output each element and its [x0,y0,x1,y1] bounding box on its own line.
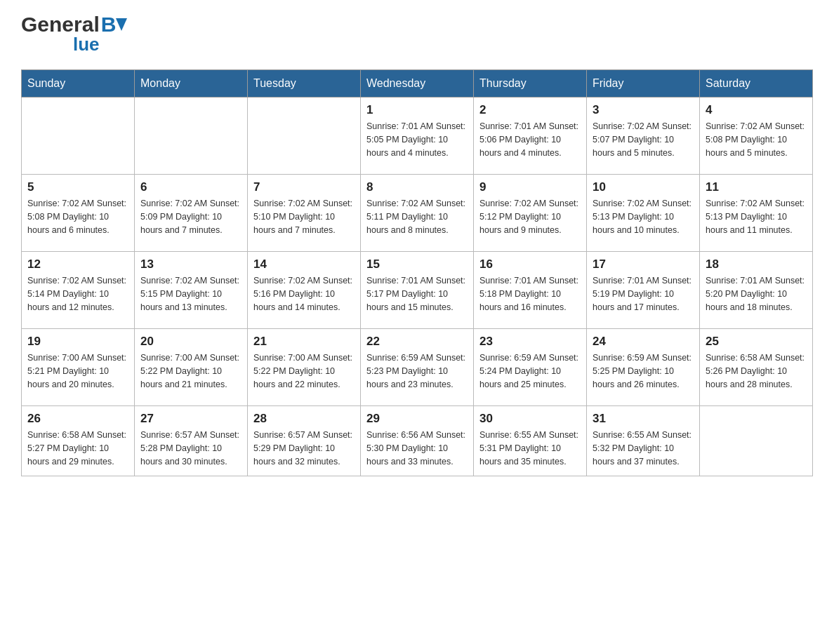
calendar-week-4: 19Sunrise: 7:00 AM Sunset: 5:21 PM Dayli… [22,329,813,406]
day-number: 31 [593,412,694,426]
calendar-week-5: 26Sunrise: 6:58 AM Sunset: 5:27 PM Dayli… [22,406,813,476]
logo-arrow-icon [116,18,127,31]
day-info: Sunrise: 7:02 AM Sunset: 5:15 PM Dayligh… [140,274,241,314]
day-number: 7 [253,180,355,194]
day-info: Sunrise: 6:58 AM Sunset: 5:26 PM Dayligh… [706,351,807,391]
table-row: 1Sunrise: 7:01 AM Sunset: 5:05 PM Daylig… [361,98,474,175]
logo-blue-line: lue [73,34,100,55]
day-info: Sunrise: 7:02 AM Sunset: 5:09 PM Dayligh… [140,197,241,236]
day-info: Sunrise: 7:02 AM Sunset: 5:12 PM Dayligh… [479,197,581,236]
day-number: 27 [140,412,241,426]
table-row: 25Sunrise: 6:58 AM Sunset: 5:26 PM Dayli… [700,329,813,406]
header-friday: Friday [587,70,700,98]
day-info: Sunrise: 7:02 AM Sunset: 5:13 PM Dayligh… [593,197,694,236]
day-number: 1 [366,103,468,117]
day-number: 25 [706,335,807,349]
logo-b-blue: B [101,14,117,35]
day-info: Sunrise: 7:02 AM Sunset: 5:14 PM Dayligh… [27,274,128,314]
day-info: Sunrise: 7:00 AM Sunset: 5:21 PM Dayligh… [27,351,128,391]
table-row: 31Sunrise: 6:55 AM Sunset: 5:32 PM Dayli… [587,406,700,476]
table-row: 19Sunrise: 7:00 AM Sunset: 5:21 PM Dayli… [22,329,135,406]
day-info: Sunrise: 7:02 AM Sunset: 5:08 PM Dayligh… [706,120,807,159]
day-info: Sunrise: 6:56 AM Sunset: 5:30 PM Dayligh… [366,429,468,468]
table-row: 28Sunrise: 6:57 AM Sunset: 5:29 PM Dayli… [248,406,361,476]
table-row: 10Sunrise: 7:02 AM Sunset: 5:13 PM Dayli… [587,175,700,252]
table-row: 2Sunrise: 7:01 AM Sunset: 5:06 PM Daylig… [474,98,587,175]
table-row: 20Sunrise: 7:00 AM Sunset: 5:22 PM Dayli… [135,329,248,406]
table-row: 14Sunrise: 7:02 AM Sunset: 5:16 PM Dayli… [248,252,361,329]
day-number: 10 [593,180,694,194]
day-info: Sunrise: 7:01 AM Sunset: 5:06 PM Dayligh… [479,120,581,159]
day-number: 12 [27,257,128,271]
day-number: 21 [253,335,355,349]
table-row [22,98,135,175]
day-info: Sunrise: 6:59 AM Sunset: 5:25 PM Dayligh… [593,351,694,391]
table-row: 29Sunrise: 6:56 AM Sunset: 5:30 PM Dayli… [361,406,474,476]
day-number: 8 [366,180,468,194]
day-info: Sunrise: 7:02 AM Sunset: 5:16 PM Dayligh… [253,274,355,314]
day-number: 14 [253,257,355,271]
day-info: Sunrise: 7:02 AM Sunset: 5:08 PM Dayligh… [27,197,128,236]
table-row: 18Sunrise: 7:01 AM Sunset: 5:20 PM Dayli… [700,252,813,329]
day-info: Sunrise: 7:01 AM Sunset: 5:18 PM Dayligh… [479,274,581,314]
logo-general-text: General [21,14,100,35]
day-number: 17 [593,257,694,271]
day-number: 13 [140,257,241,271]
day-info: Sunrise: 7:02 AM Sunset: 5:07 PM Dayligh… [593,120,694,159]
calendar-week-3: 12Sunrise: 7:02 AM Sunset: 5:14 PM Dayli… [22,252,813,329]
table-row: 27Sunrise: 6:57 AM Sunset: 5:28 PM Dayli… [135,406,248,476]
table-row: 9Sunrise: 7:02 AM Sunset: 5:12 PM Daylig… [474,175,587,252]
day-info: Sunrise: 7:01 AM Sunset: 5:17 PM Dayligh… [366,274,468,314]
day-number: 29 [366,412,468,426]
day-number: 4 [706,103,807,117]
day-number: 18 [706,257,807,271]
logo-line1: GeneralB [21,14,127,35]
table-row: 12Sunrise: 7:02 AM Sunset: 5:14 PM Dayli… [22,252,135,329]
table-row: 26Sunrise: 6:58 AM Sunset: 5:27 PM Dayli… [22,406,135,476]
day-number: 9 [479,180,581,194]
header-sunday: Sunday [22,70,135,98]
table-row: 22Sunrise: 6:59 AM Sunset: 5:23 PM Dayli… [361,329,474,406]
table-row: 8Sunrise: 7:02 AM Sunset: 5:11 PM Daylig… [361,175,474,252]
calendar-week-2: 5Sunrise: 7:02 AM Sunset: 5:08 PM Daylig… [22,175,813,252]
calendar-week-1: 1Sunrise: 7:01 AM Sunset: 5:05 PM Daylig… [22,98,813,175]
day-number: 16 [479,257,581,271]
table-row: 24Sunrise: 6:59 AM Sunset: 5:25 PM Dayli… [587,329,700,406]
header-tuesday: Tuesday [248,70,361,98]
table-row: 4Sunrise: 7:02 AM Sunset: 5:08 PM Daylig… [700,98,813,175]
calendar-header-row: SundayMondayTuesdayWednesdayThursdayFrid… [22,70,813,98]
table-row: 15Sunrise: 7:01 AM Sunset: 5:17 PM Dayli… [361,252,474,329]
day-number: 5 [27,180,128,194]
table-row: 3Sunrise: 7:02 AM Sunset: 5:07 PM Daylig… [587,98,700,175]
logo: GeneralB lue [21,14,127,55]
table-row: 13Sunrise: 7:02 AM Sunset: 5:15 PM Dayli… [135,252,248,329]
table-row: 23Sunrise: 6:59 AM Sunset: 5:24 PM Dayli… [474,329,587,406]
day-number: 3 [593,103,694,117]
header-saturday: Saturday [700,70,813,98]
calendar-table: SundayMondayTuesdayWednesdayThursdayFrid… [21,69,813,476]
table-row: 16Sunrise: 7:01 AM Sunset: 5:18 PM Dayli… [474,252,587,329]
table-row: 7Sunrise: 7:02 AM Sunset: 5:10 PM Daylig… [248,175,361,252]
day-info: Sunrise: 6:59 AM Sunset: 5:23 PM Dayligh… [366,351,468,391]
day-number: 2 [479,103,581,117]
table-row: 6Sunrise: 7:02 AM Sunset: 5:09 PM Daylig… [135,175,248,252]
day-info: Sunrise: 7:02 AM Sunset: 5:10 PM Dayligh… [253,197,355,236]
table-row [700,406,813,476]
day-info: Sunrise: 6:55 AM Sunset: 5:31 PM Dayligh… [479,429,581,468]
day-info: Sunrise: 7:00 AM Sunset: 5:22 PM Dayligh… [140,351,241,391]
day-info: Sunrise: 6:55 AM Sunset: 5:32 PM Dayligh… [593,429,694,468]
table-row: 11Sunrise: 7:02 AM Sunset: 5:13 PM Dayli… [700,175,813,252]
header-thursday: Thursday [474,70,587,98]
table-row [135,98,248,175]
day-number: 15 [366,257,468,271]
day-info: Sunrise: 6:59 AM Sunset: 5:24 PM Dayligh… [479,351,581,391]
day-number: 20 [140,335,241,349]
day-number: 22 [366,335,468,349]
table-row: 5Sunrise: 7:02 AM Sunset: 5:08 PM Daylig… [22,175,135,252]
day-info: Sunrise: 7:01 AM Sunset: 5:20 PM Dayligh… [706,274,807,314]
day-number: 28 [253,412,355,426]
header-wednesday: Wednesday [361,70,474,98]
table-row: 17Sunrise: 7:01 AM Sunset: 5:19 PM Dayli… [587,252,700,329]
day-number: 26 [27,412,128,426]
table-row: 30Sunrise: 6:55 AM Sunset: 5:31 PM Dayli… [474,406,587,476]
